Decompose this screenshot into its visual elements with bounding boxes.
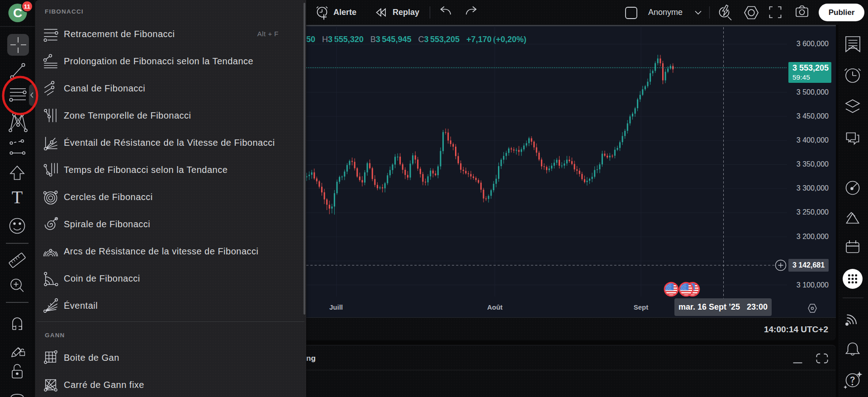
svg-text:11: 11 — [24, 3, 31, 10]
svg-text:C: C — [13, 6, 22, 20]
svg-text:T: T — [12, 187, 23, 207]
